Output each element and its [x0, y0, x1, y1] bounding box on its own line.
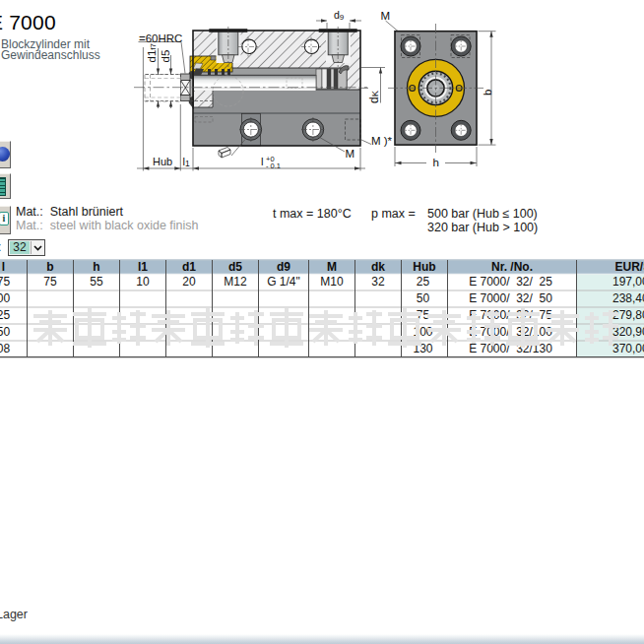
svg-text:M12: M12 [224, 275, 247, 289]
svg-text:75: 75 [43, 275, 57, 289]
svg-text:370,00: 370,00 [612, 342, 644, 355]
svg-text:75: 75 [0, 275, 10, 289]
svg-text:G 1/4": G 1/4" [267, 275, 300, 289]
svg-text:l1: l1 [138, 260, 148, 274]
svg-text:d1: d1 [182, 260, 196, 274]
svg-text:E 7000/ 32/ 50: E 7000/ 32/ 50 [469, 291, 552, 305]
svg-text:00: 00 [0, 291, 10, 305]
svg-text:EUR/St.: EUR/St. [615, 260, 644, 274]
svg-text:d5: d5 [160, 50, 171, 63]
svg-text:d9: d9 [334, 9, 345, 22]
svg-text:M: M [346, 148, 355, 160]
svg-text:Hub: Hub [153, 156, 172, 167]
svg-text:d5: d5 [228, 260, 242, 274]
svg-text:dK: dK [367, 90, 381, 103]
svg-text:- 0.1: - 0.1 [266, 161, 281, 170]
svg-text:b: b [46, 260, 53, 274]
svg-text:d9: d9 [277, 260, 290, 274]
svg-text:M: M [381, 10, 391, 22]
svg-text:50: 50 [417, 291, 430, 305]
svg-text:197,00: 197,00 [612, 275, 644, 289]
svg-text:M10: M10 [320, 275, 344, 289]
svg-text:=60HRC: =60HRC [139, 32, 182, 44]
svg-text:d1f7: d1f7 [146, 42, 158, 62]
svg-text:10: 10 [136, 275, 150, 289]
svg-text:l: l [261, 156, 264, 167]
svg-text:25: 25 [417, 275, 430, 289]
svg-text:32: 32 [371, 275, 385, 289]
svg-text:M )*: M )* [371, 135, 393, 147]
svg-text:l1: l1 [183, 156, 190, 168]
svg-text:55: 55 [90, 275, 103, 289]
svg-text:l: l [2, 260, 5, 274]
svg-text:M: M [327, 260, 337, 274]
svg-text:h: h [433, 157, 439, 168]
svg-text:50: 50 [0, 325, 10, 339]
svg-text:238,40: 238,40 [612, 291, 644, 305]
svg-text:dk: dk [371, 260, 385, 274]
svg-text:08: 08 [0, 342, 10, 355]
svg-text:20: 20 [182, 275, 196, 289]
svg-text:Hub: Hub [413, 260, 435, 274]
svg-text:Nr. /No.: Nr. /No. [491, 260, 533, 274]
svg-text:b: b [482, 90, 493, 96]
svg-text:h: h [93, 260, 99, 274]
svg-text:25: 25 [0, 308, 10, 322]
svg-text:E 7000/ 32/ 25: E 7000/ 32/ 25 [469, 275, 552, 289]
